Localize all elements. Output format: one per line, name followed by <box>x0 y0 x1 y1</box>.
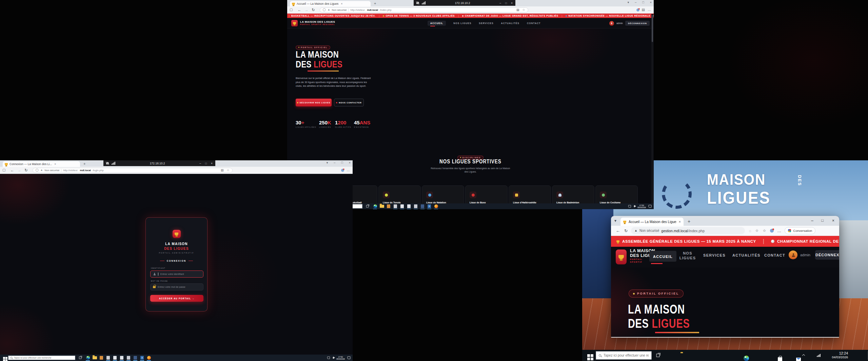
w3-minimize-icon[interactable]: – <box>811 218 813 223</box>
w2-taskbar-search[interactable] <box>8 356 75 360</box>
card-ligue-boxe[interactable]: Ligue de Boxe <box>465 185 508 203</box>
taskbar-lab-app-icon[interactable] <box>414 204 418 208</box>
w3-address-bar[interactable]: ▲ Non sécurisé gestion.mdl.local/index.p… <box>631 227 745 234</box>
w3-settings-menu-icon[interactable]: … <box>777 228 781 233</box>
w1-profile-icon[interactable] <box>636 8 639 12</box>
user-avatar[interactable] <box>789 250 797 259</box>
desktop-search-input[interactable] <box>604 354 649 357</box>
w1-reading-list-icon[interactable]: ▤ <box>516 8 519 12</box>
taskbar-search[interactable] <box>596 351 652 360</box>
taskbar-file-explorer-icon[interactable] <box>93 356 97 360</box>
taskbar-edge-icon[interactable] <box>86 356 90 360</box>
w2-browser-close-icon[interactable]: × <box>349 161 351 164</box>
w1-browser-menu-chevron-icon[interactable]: ▾ <box>628 1 629 4</box>
w2-profile-icon[interactable] <box>341 169 344 172</box>
identifiant-input[interactable] <box>160 273 201 275</box>
w2-clock[interactable]: 17:52 05/03/2026 <box>336 356 345 360</box>
w3-conversation-button[interactable]: Conversation <box>785 227 815 234</box>
w2-back-icon[interactable]: ← <box>10 168 14 172</box>
w1-back-icon[interactable]: ← <box>297 8 301 12</box>
w1-browser-tab[interactable]: Accueil — La Maison des Ligues × <box>290 1 371 6</box>
nav-nos-ligues[interactable]: NOS LIGUES <box>679 251 696 260</box>
nav-accueil[interactable]: ACCUEIL <box>428 21 446 26</box>
w2-settings-menu-icon[interactable]: … <box>347 168 350 172</box>
rdp-restore-icon[interactable]: □ <box>505 1 507 5</box>
logout-button[interactable]: DÉCONNEXION <box>815 250 839 260</box>
taskbar-mail-icon[interactable] <box>796 358 801 361</box>
desktop-clock[interactable]: 12:24 04/03/2026 <box>828 351 848 359</box>
w2-search-input[interactable] <box>14 357 73 359</box>
taskbar-notepad-icon[interactable] <box>120 356 124 360</box>
w1-rdp-connection-bar[interactable]: 172.18.10.2 – □ × <box>414 0 515 6</box>
w2-volume-icon[interactable] <box>333 357 334 359</box>
login-submit-button[interactable]: ACCÉDER AU PORTAIL → <box>150 295 203 302</box>
nav-contact[interactable]: CONTACT <box>527 22 541 24</box>
w2-site-info-icon[interactable]: ◯ <box>36 169 39 172</box>
nav-nos-ligues[interactable]: NOS LIGUES <box>453 22 471 24</box>
task-view-icon[interactable] <box>656 354 660 357</box>
nav-services[interactable]: SERVICES <box>479 22 493 24</box>
w1-page-scrollbar[interactable] <box>651 14 653 203</box>
w2-task-view-icon[interactable] <box>79 357 81 359</box>
w1-new-tab-button[interactable]: + <box>374 1 376 5</box>
tray-network-icon[interactable] <box>817 354 821 357</box>
nav-accueil[interactable]: ACCUEIL <box>649 251 676 262</box>
nav-contact[interactable]: CONTACT <box>764 253 785 257</box>
identifiant-field[interactable] <box>150 270 203 278</box>
w2-address-bar[interactable]: ◯ ▲ Non sécurisé http://visiteur.mdl.loc… <box>33 168 233 173</box>
logout-button[interactable]: DÉCONNEXION <box>625 21 650 26</box>
w1-settings-menu-icon[interactable]: … <box>648 8 651 12</box>
contact-button[interactable]: NOUS CONTACTER <box>334 99 364 106</box>
w2-reload-icon[interactable]: ↻ <box>24 168 27 173</box>
w1-collections-icon[interactable]: ▤ <box>642 8 645 12</box>
taskbar-store-icon[interactable] <box>778 357 782 361</box>
taskbar-document-app-icon[interactable] <box>113 356 117 360</box>
password-field[interactable] <box>150 283 203 290</box>
w3-new-tab-button[interactable]: + <box>688 219 690 224</box>
taskbar-scroll-app-icon[interactable] <box>106 356 110 360</box>
rdp-minimize-icon[interactable]: – <box>499 1 501 5</box>
taskbar-book-app-icon[interactable] <box>420 204 425 208</box>
w1-clock[interactable]: 17:53 05/03/2026 <box>637 204 646 208</box>
site-logo[interactable] <box>291 20 298 26</box>
taskbar-notes-app-icon[interactable] <box>387 204 391 208</box>
password-input[interactable] <box>158 286 201 288</box>
w1-chat-tray-icon[interactable] <box>628 205 631 207</box>
w3-maximize-icon[interactable]: □ <box>821 218 824 222</box>
w2-chat-tray-icon[interactable] <box>327 357 330 359</box>
taskbar-notes-app-icon[interactable] <box>99 356 103 360</box>
w2-tab-close-icon[interactable]: × <box>54 162 56 166</box>
taskbar-edge-icon[interactable] <box>743 355 749 361</box>
w1-favorite-star-icon[interactable]: ☆ <box>522 8 525 12</box>
rdp-restore-icon[interactable]: □ <box>205 162 207 165</box>
taskbar-document-app-icon[interactable] <box>400 204 404 208</box>
w2-forward-icon[interactable]: → <box>17 168 21 172</box>
card-ligue-halterophilie[interactable]: Ligue d'Haltérophilie <box>509 185 551 203</box>
w3-back-icon[interactable]: ← <box>616 228 620 233</box>
w2-new-tab-button[interactable]: + <box>83 162 85 166</box>
w2-favorite-star-icon[interactable]: ☆ <box>227 168 230 172</box>
taskbar-book-app-icon[interactable] <box>133 356 137 360</box>
nav-actualites[interactable]: ACTUALITÉS <box>732 253 761 257</box>
taskbar-excel-app-icon[interactable]: X <box>427 204 431 208</box>
nav-actualites[interactable]: ACTUALITÉS <box>501 22 519 24</box>
taskbar-edge-icon[interactable] <box>373 204 377 208</box>
card-ligue-badminton[interactable]: Ligue de Badminton <box>552 185 594 203</box>
rdp-minimize-icon[interactable]: – <box>199 162 201 165</box>
card-ligue-natation[interactable]: Ligue de Natation <box>422 185 464 203</box>
w2-notification-icon[interactable] <box>348 356 351 359</box>
w1-notification-icon[interactable] <box>649 205 652 207</box>
card-ligue-cyclisme[interactable]: Ligue de Cyclisme <box>595 185 638 203</box>
w1-task-view-icon[interactable] <box>366 205 369 207</box>
w2-reading-list-icon[interactable]: ▤ <box>221 168 224 172</box>
w2-browser-menu-chevron-icon[interactable]: ▾ <box>327 161 328 164</box>
taskbar-firefox-icon[interactable] <box>147 356 151 360</box>
w3-translate-icon[interactable]: ◌ <box>749 229 751 233</box>
taskbar-firefox-icon[interactable] <box>434 204 438 208</box>
w1-volume-icon[interactable] <box>634 205 635 207</box>
w2-start-button[interactable] <box>0 355 8 361</box>
w3-close-icon[interactable]: × <box>832 218 834 223</box>
w3-browser-tab[interactable]: Accueil — La Maison des Ligues × <box>620 218 684 226</box>
w1-browser-close-icon[interactable]: × <box>650 1 652 4</box>
w2-browser-minimize-icon[interactable]: – <box>334 161 335 164</box>
